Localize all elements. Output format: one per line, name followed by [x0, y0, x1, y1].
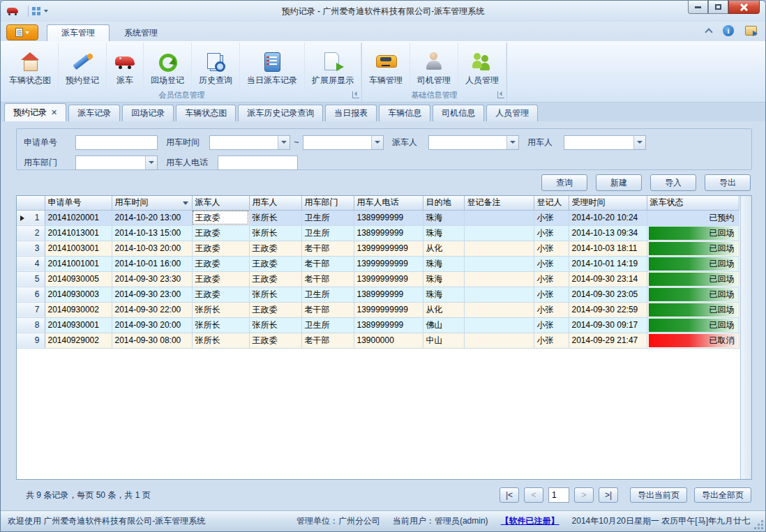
- maximize-button[interactable]: [708, 1, 728, 14]
- document-tab[interactable]: 司机信息: [433, 105, 484, 121]
- license-link[interactable]: 【软件已注册】: [501, 515, 560, 527]
- accept-time-cell[interactable]: 2014-09-30 23:14: [569, 271, 647, 287]
- dest-cell[interactable]: 珠海: [423, 225, 464, 241]
- dest-cell[interactable]: 佛山: [423, 317, 464, 333]
- accept-time-cell[interactable]: 2014-09-30 22:59: [569, 302, 647, 317]
- dispatcher-cell[interactable]: 王政委: [192, 210, 249, 225]
- document-tab[interactable]: 派车历史记录查询: [238, 105, 323, 121]
- dept-cell[interactable]: 老干部: [301, 241, 354, 256]
- col-dest[interactable]: 目的地: [423, 196, 464, 210]
- ribbon-button[interactable]: 人员管理: [458, 43, 506, 89]
- minimize-button[interactable]: [688, 1, 708, 14]
- remark-cell[interactable]: [464, 256, 534, 271]
- first-page-button[interactable]: |<: [500, 487, 519, 503]
- use-time-cell[interactable]: 2014-09-30 23:00: [112, 287, 192, 302]
- new-button[interactable]: 新建: [596, 174, 642, 191]
- close-tab-icon[interactable]: ✕: [51, 108, 57, 117]
- row-number-cell[interactable]: 6: [17, 287, 45, 302]
- phone-input[interactable]: [218, 155, 298, 170]
- phone-cell[interactable]: 1389999999: [354, 317, 423, 333]
- registrar-cell[interactable]: 小张: [534, 225, 569, 241]
- dest-cell[interactable]: 中山: [423, 333, 464, 348]
- page-number-input[interactable]: [548, 487, 569, 503]
- ribbon-button[interactable]: 当日派车记录: [240, 43, 305, 89]
- status-cell[interactable]: 已回场: [647, 241, 739, 256]
- dept-cell[interactable]: 卫生所: [301, 225, 354, 241]
- document-tab[interactable]: 当日报表: [325, 105, 377, 121]
- order-no-cell[interactable]: 20140930005: [45, 271, 112, 287]
- import-button[interactable]: 导入: [650, 174, 696, 191]
- remark-cell[interactable]: [464, 302, 534, 317]
- remark-cell[interactable]: [464, 210, 534, 225]
- ribbon-button[interactable]: 车辆状态图: [2, 43, 59, 89]
- dispatcher-cell[interactable]: 王政委: [192, 241, 249, 256]
- dest-cell[interactable]: 珠海: [423, 287, 464, 302]
- export-current-page-button[interactable]: 导出当前页: [630, 487, 687, 503]
- status-cell[interactable]: 已回场: [647, 287, 739, 302]
- col-dept[interactable]: 用车部门: [301, 196, 354, 210]
- dept-cell[interactable]: 老干部: [301, 271, 354, 287]
- table-row[interactable]: 2 20141013001 2014-10-13 15:00 王政委 张所长 卫…: [17, 225, 739, 241]
- dept-cell[interactable]: 卫生所: [301, 317, 354, 333]
- dept-cell[interactable]: 老干部: [301, 333, 354, 348]
- info-icon[interactable]: i: [723, 25, 734, 36]
- ribbon-button[interactable]: 车辆管理: [362, 43, 410, 89]
- registrar-cell[interactable]: 小张: [534, 287, 569, 302]
- col-user[interactable]: 用车人: [249, 196, 301, 210]
- row-number-cell[interactable]: 9: [17, 333, 45, 348]
- dispatcher-cell[interactable]: 王政委: [192, 256, 249, 271]
- accept-time-cell[interactable]: 2014-10-20 10:24: [569, 210, 647, 225]
- order-no-cell[interactable]: 20141003001: [45, 241, 112, 256]
- col-order-no[interactable]: 申请单号: [45, 196, 112, 210]
- user-cell[interactable]: 张所长: [249, 317, 301, 333]
- use-time-cell[interactable]: 2014-09-30 22:00: [112, 302, 192, 317]
- use-time-cell[interactable]: 2014-10-01 16:00: [112, 256, 192, 271]
- col-remark[interactable]: 登记备注: [464, 196, 534, 210]
- dept-cell[interactable]: 老干部: [301, 256, 354, 271]
- document-tab[interactable]: 派车记录: [68, 105, 120, 121]
- row-number-cell[interactable]: 3: [17, 241, 45, 256]
- table-row[interactable]: 6 20140930003 2014-09-30 23:00 王政委 张所长 卫…: [17, 287, 739, 302]
- use-time-cell[interactable]: 2014-09-30 08:00: [112, 333, 192, 348]
- table-row[interactable]: 5 20140930005 2014-09-30 23:30 王政委 王政委 老…: [17, 271, 739, 287]
- accept-time-cell[interactable]: 2014-09-30 23:05: [569, 287, 647, 302]
- dept-cell[interactable]: 卫生所: [301, 210, 354, 225]
- document-tab[interactable]: 回场记录: [122, 105, 174, 121]
- dept-combo[interactable]: [75, 155, 158, 170]
- app-menu-button[interactable]: [6, 24, 38, 40]
- document-tab[interactable]: 预约记录 ✕: [4, 103, 66, 121]
- row-number-cell[interactable]: 4: [17, 256, 45, 271]
- table-row[interactable]: 3 20141003001 2014-10-03 20:00 王政委 王政委 老…: [17, 241, 739, 256]
- sort-desc-icon[interactable]: [183, 202, 188, 205]
- table-row[interactable]: 4 20141001001 2014-10-01 16:00 王政委 王政委 老…: [17, 256, 739, 271]
- registrar-cell[interactable]: 小张: [534, 210, 569, 225]
- order-no-cell[interactable]: 20140930003: [45, 287, 112, 302]
- remark-cell[interactable]: [464, 287, 534, 302]
- accept-time-cell[interactable]: 2014-10-13 09:34: [569, 225, 647, 241]
- dispatcher-cell[interactable]: 王政委: [192, 271, 249, 287]
- remark-cell[interactable]: [464, 317, 534, 333]
- row-number-cell[interactable]: 2: [17, 225, 45, 241]
- order-no-cell[interactable]: 20141013001: [45, 225, 112, 241]
- table-row[interactable]: 7 20140930002 2014-09-30 22:00 张所长 王政委 老…: [17, 302, 739, 317]
- user-cell[interactable]: 王政委: [249, 333, 301, 348]
- phone-cell[interactable]: 1389999999: [354, 287, 423, 302]
- phone-cell[interactable]: 13999999999: [354, 256, 423, 271]
- dest-cell[interactable]: 从化: [423, 241, 464, 256]
- order-no-cell[interactable]: 20141001001: [45, 256, 112, 271]
- resize-grip[interactable]: [755, 521, 763, 529]
- dialog-launcher-icon[interactable]: [497, 91, 504, 98]
- chevron-down-icon[interactable]: [506, 136, 518, 149]
- user-cell[interactable]: 张所长: [249, 225, 301, 241]
- ribbon-button[interactable]: 回场登记: [144, 43, 192, 89]
- user-cell[interactable]: 张所长: [249, 210, 301, 225]
- status-cell[interactable]: 已预约: [647, 210, 739, 225]
- accept-time-cell[interactable]: 2014-09-29 21:47: [569, 333, 647, 348]
- ribbon-tab-system[interactable]: 系统管理: [110, 24, 172, 41]
- prev-page-button[interactable]: <: [524, 487, 543, 503]
- document-tab[interactable]: 车辆信息: [379, 105, 430, 121]
- about-icon[interactable]: [745, 26, 757, 36]
- row-number-cell[interactable]: 8: [17, 317, 45, 333]
- user-cell[interactable]: 王政委: [249, 271, 301, 287]
- export-button[interactable]: 导出: [705, 174, 751, 191]
